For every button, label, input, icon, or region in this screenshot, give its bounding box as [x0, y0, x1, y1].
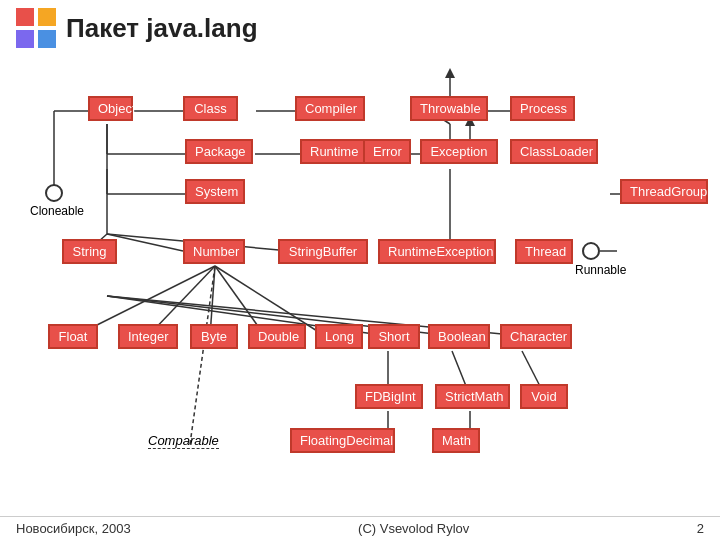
math-box: Math — [432, 428, 480, 453]
package-box: Package — [185, 139, 253, 164]
character-box: Character — [500, 324, 572, 349]
cloneable-label: Cloneable — [30, 204, 84, 218]
runnable-circle — [582, 242, 600, 260]
svg-marker-45 — [445, 68, 455, 78]
number-box: Number — [183, 239, 245, 264]
page-title: Пакет java.lang — [66, 13, 258, 44]
svg-rect-2 — [16, 30, 34, 48]
svg-line-22 — [107, 234, 183, 251]
void-box: Void — [520, 384, 568, 409]
runtimeexception-box: RuntimeException — [378, 239, 496, 264]
system-box: System — [185, 179, 245, 204]
footer-left: Новосибирск, 2003 — [16, 521, 131, 536]
float-box: Float — [48, 324, 98, 349]
short-box: Short — [368, 324, 420, 349]
footer-right: 2 — [697, 521, 704, 536]
svg-line-40 — [190, 266, 215, 444]
svg-rect-1 — [38, 8, 56, 26]
stringbuffer-box: StringBuffer — [278, 239, 368, 264]
error-box: Error — [363, 139, 411, 164]
process-box: Process — [510, 96, 575, 121]
logo-icon — [16, 8, 56, 48]
integer-box: Integer — [118, 324, 178, 349]
cloneable-circle — [45, 184, 63, 202]
exception-box: Exception — [420, 139, 498, 164]
floatingdecimal-box: FloatingDecimal — [290, 428, 395, 453]
byte-box: Byte — [190, 324, 238, 349]
double-box: Double — [248, 324, 306, 349]
fdbigint-box: FDBigInt — [355, 384, 423, 409]
runtime-box: Runtime — [300, 139, 368, 164]
object-box: Object — [88, 96, 133, 121]
diagram: Object Class Compiler Throwable Process … — [0, 56, 720, 516]
throwable-box: Throwable — [410, 96, 488, 121]
svg-rect-0 — [16, 8, 34, 26]
boolean-box: Boolean — [428, 324, 490, 349]
thread-box: Thread — [515, 239, 573, 264]
runnable-label: Runnable — [575, 263, 626, 277]
footer-center: (C) Vsevolod Rylov — [358, 521, 469, 536]
compiler-box: Compiler — [295, 96, 365, 121]
strictmath-box: StrictMath — [435, 384, 510, 409]
class-box: Class — [183, 96, 238, 121]
header: Пакет java.lang — [0, 0, 720, 56]
long-box: Long — [315, 324, 363, 349]
string-box: String — [62, 239, 117, 264]
threadgroup-box: ThreadGroup — [620, 179, 708, 204]
footer: Новосибирск, 2003 (C) Vsevolod Rylov 2 — [0, 516, 720, 540]
classloader-box: ClassLoader — [510, 139, 598, 164]
comparable-label: Comparable — [148, 433, 219, 449]
svg-rect-3 — [38, 30, 56, 48]
